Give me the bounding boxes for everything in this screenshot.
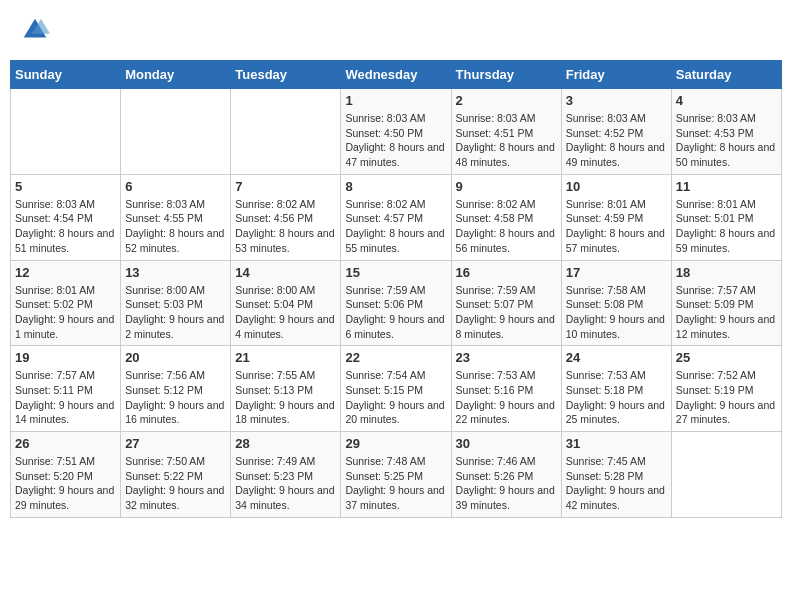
weekday-header-tuesday: Tuesday: [231, 61, 341, 89]
day-number: 8: [345, 179, 446, 194]
day-number: 29: [345, 436, 446, 451]
day-number: 4: [676, 93, 777, 108]
day-number: 31: [566, 436, 667, 451]
day-info: Sunrise: 7:48 AM Sunset: 5:25 PM Dayligh…: [345, 454, 446, 513]
day-number: 3: [566, 93, 667, 108]
day-info: Sunrise: 8:03 AM Sunset: 4:54 PM Dayligh…: [15, 197, 116, 256]
day-cell: 12Sunrise: 8:01 AM Sunset: 5:02 PM Dayli…: [11, 260, 121, 346]
day-cell: 20Sunrise: 7:56 AM Sunset: 5:12 PM Dayli…: [121, 346, 231, 432]
day-info: Sunrise: 7:59 AM Sunset: 5:07 PM Dayligh…: [456, 283, 557, 342]
day-number: 5: [15, 179, 116, 194]
day-info: Sunrise: 7:49 AM Sunset: 5:23 PM Dayligh…: [235, 454, 336, 513]
day-info: Sunrise: 8:03 AM Sunset: 4:55 PM Dayligh…: [125, 197, 226, 256]
day-number: 22: [345, 350, 446, 365]
day-info: Sunrise: 7:53 AM Sunset: 5:18 PM Dayligh…: [566, 368, 667, 427]
day-number: 20: [125, 350, 226, 365]
weekday-header-wednesday: Wednesday: [341, 61, 451, 89]
day-cell: 13Sunrise: 8:00 AM Sunset: 5:03 PM Dayli…: [121, 260, 231, 346]
day-number: 26: [15, 436, 116, 451]
day-cell: 30Sunrise: 7:46 AM Sunset: 5:26 PM Dayli…: [451, 432, 561, 518]
day-cell: 6Sunrise: 8:03 AM Sunset: 4:55 PM Daylig…: [121, 174, 231, 260]
day-info: Sunrise: 8:02 AM Sunset: 4:58 PM Dayligh…: [456, 197, 557, 256]
day-cell: 10Sunrise: 8:01 AM Sunset: 4:59 PM Dayli…: [561, 174, 671, 260]
day-cell: 3Sunrise: 8:03 AM Sunset: 4:52 PM Daylig…: [561, 89, 671, 175]
logo: [20, 15, 54, 45]
calendar-table: SundayMondayTuesdayWednesdayThursdayFrid…: [10, 60, 782, 518]
day-cell: [671, 432, 781, 518]
day-info: Sunrise: 7:50 AM Sunset: 5:22 PM Dayligh…: [125, 454, 226, 513]
day-info: Sunrise: 7:55 AM Sunset: 5:13 PM Dayligh…: [235, 368, 336, 427]
day-info: Sunrise: 7:56 AM Sunset: 5:12 PM Dayligh…: [125, 368, 226, 427]
weekday-header-sunday: Sunday: [11, 61, 121, 89]
day-cell: 26Sunrise: 7:51 AM Sunset: 5:20 PM Dayli…: [11, 432, 121, 518]
day-number: 13: [125, 265, 226, 280]
day-number: 9: [456, 179, 557, 194]
day-info: Sunrise: 8:02 AM Sunset: 4:57 PM Dayligh…: [345, 197, 446, 256]
day-info: Sunrise: 8:03 AM Sunset: 4:52 PM Dayligh…: [566, 111, 667, 170]
day-number: 10: [566, 179, 667, 194]
day-cell: 5Sunrise: 8:03 AM Sunset: 4:54 PM Daylig…: [11, 174, 121, 260]
week-row-1: 1Sunrise: 8:03 AM Sunset: 4:50 PM Daylig…: [11, 89, 782, 175]
day-cell: 29Sunrise: 7:48 AM Sunset: 5:25 PM Dayli…: [341, 432, 451, 518]
day-number: 11: [676, 179, 777, 194]
day-info: Sunrise: 8:03 AM Sunset: 4:51 PM Dayligh…: [456, 111, 557, 170]
logo-icon: [20, 15, 50, 45]
header: [10, 10, 782, 50]
weekday-header-friday: Friday: [561, 61, 671, 89]
day-cell: 28Sunrise: 7:49 AM Sunset: 5:23 PM Dayli…: [231, 432, 341, 518]
day-info: Sunrise: 8:02 AM Sunset: 4:56 PM Dayligh…: [235, 197, 336, 256]
day-info: Sunrise: 7:53 AM Sunset: 5:16 PM Dayligh…: [456, 368, 557, 427]
day-info: Sunrise: 7:58 AM Sunset: 5:08 PM Dayligh…: [566, 283, 667, 342]
day-cell: [11, 89, 121, 175]
weekday-header-monday: Monday: [121, 61, 231, 89]
day-cell: 11Sunrise: 8:01 AM Sunset: 5:01 PM Dayli…: [671, 174, 781, 260]
day-number: 30: [456, 436, 557, 451]
weekday-header-thursday: Thursday: [451, 61, 561, 89]
day-number: 12: [15, 265, 116, 280]
day-info: Sunrise: 8:01 AM Sunset: 5:01 PM Dayligh…: [676, 197, 777, 256]
day-cell: 4Sunrise: 8:03 AM Sunset: 4:53 PM Daylig…: [671, 89, 781, 175]
day-info: Sunrise: 7:57 AM Sunset: 5:09 PM Dayligh…: [676, 283, 777, 342]
day-number: 6: [125, 179, 226, 194]
day-info: Sunrise: 8:03 AM Sunset: 4:53 PM Dayligh…: [676, 111, 777, 170]
day-number: 27: [125, 436, 226, 451]
week-row-3: 12Sunrise: 8:01 AM Sunset: 5:02 PM Dayli…: [11, 260, 782, 346]
weekday-header-row: SundayMondayTuesdayWednesdayThursdayFrid…: [11, 61, 782, 89]
day-cell: 15Sunrise: 7:59 AM Sunset: 5:06 PM Dayli…: [341, 260, 451, 346]
day-info: Sunrise: 8:03 AM Sunset: 4:50 PM Dayligh…: [345, 111, 446, 170]
day-info: Sunrise: 8:01 AM Sunset: 5:02 PM Dayligh…: [15, 283, 116, 342]
day-cell: 1Sunrise: 8:03 AM Sunset: 4:50 PM Daylig…: [341, 89, 451, 175]
week-row-4: 19Sunrise: 7:57 AM Sunset: 5:11 PM Dayli…: [11, 346, 782, 432]
day-cell: 19Sunrise: 7:57 AM Sunset: 5:11 PM Dayli…: [11, 346, 121, 432]
day-cell: 27Sunrise: 7:50 AM Sunset: 5:22 PM Dayli…: [121, 432, 231, 518]
day-number: 23: [456, 350, 557, 365]
day-cell: [231, 89, 341, 175]
day-info: Sunrise: 8:01 AM Sunset: 4:59 PM Dayligh…: [566, 197, 667, 256]
day-info: Sunrise: 7:51 AM Sunset: 5:20 PM Dayligh…: [15, 454, 116, 513]
day-info: Sunrise: 7:59 AM Sunset: 5:06 PM Dayligh…: [345, 283, 446, 342]
day-cell: 7Sunrise: 8:02 AM Sunset: 4:56 PM Daylig…: [231, 174, 341, 260]
day-cell: 24Sunrise: 7:53 AM Sunset: 5:18 PM Dayli…: [561, 346, 671, 432]
week-row-5: 26Sunrise: 7:51 AM Sunset: 5:20 PM Dayli…: [11, 432, 782, 518]
day-cell: 22Sunrise: 7:54 AM Sunset: 5:15 PM Dayli…: [341, 346, 451, 432]
day-number: 1: [345, 93, 446, 108]
weekday-header-saturday: Saturday: [671, 61, 781, 89]
day-cell: 16Sunrise: 7:59 AM Sunset: 5:07 PM Dayli…: [451, 260, 561, 346]
day-number: 21: [235, 350, 336, 365]
day-number: 25: [676, 350, 777, 365]
day-cell: 23Sunrise: 7:53 AM Sunset: 5:16 PM Dayli…: [451, 346, 561, 432]
day-cell: 18Sunrise: 7:57 AM Sunset: 5:09 PM Dayli…: [671, 260, 781, 346]
day-cell: 21Sunrise: 7:55 AM Sunset: 5:13 PM Dayli…: [231, 346, 341, 432]
day-cell: 25Sunrise: 7:52 AM Sunset: 5:19 PM Dayli…: [671, 346, 781, 432]
day-number: 16: [456, 265, 557, 280]
day-number: 19: [15, 350, 116, 365]
day-cell: [121, 89, 231, 175]
day-info: Sunrise: 8:00 AM Sunset: 5:03 PM Dayligh…: [125, 283, 226, 342]
day-info: Sunrise: 7:46 AM Sunset: 5:26 PM Dayligh…: [456, 454, 557, 513]
day-info: Sunrise: 7:54 AM Sunset: 5:15 PM Dayligh…: [345, 368, 446, 427]
day-number: 2: [456, 93, 557, 108]
day-cell: 2Sunrise: 8:03 AM Sunset: 4:51 PM Daylig…: [451, 89, 561, 175]
day-info: Sunrise: 7:52 AM Sunset: 5:19 PM Dayligh…: [676, 368, 777, 427]
day-number: 24: [566, 350, 667, 365]
day-info: Sunrise: 7:45 AM Sunset: 5:28 PM Dayligh…: [566, 454, 667, 513]
